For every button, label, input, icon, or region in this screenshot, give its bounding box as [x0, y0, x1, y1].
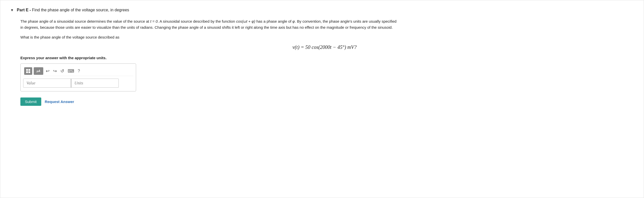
collapse-arrow[interactable]: ▼: [10, 8, 14, 12]
content-area: The phase angle of a sinusoidal source d…: [20, 18, 629, 106]
grid-cell-3: [26, 71, 28, 73]
grid-cell-2: [28, 69, 30, 71]
submit-button[interactable]: Submit: [20, 97, 41, 106]
units-input[interactable]: [71, 79, 119, 88]
refresh-icon: ↺: [60, 68, 64, 74]
part-title: Part E - Find the phase angle of the vol…: [17, 8, 129, 12]
express-label: Express your answer with the appropriate…: [20, 56, 629, 60]
grid-button[interactable]: [24, 67, 32, 75]
formula-display: v(t) = 50 cos(2000t − 45°) mV?: [293, 44, 357, 50]
value-input[interactable]: [23, 79, 71, 88]
description-text: The phase angle of a sinusoidal source d…: [20, 18, 398, 30]
redo-icon: ↪: [53, 68, 57, 74]
math-cos: cos(ωt + φ): [236, 19, 255, 23]
undo-icon: ↩: [46, 68, 50, 74]
grid-icon: [26, 69, 30, 73]
grid-cell-4: [28, 71, 30, 73]
math-t: t = 0: [150, 19, 158, 23]
buttons-row: Submit Request Answer: [20, 97, 629, 106]
mu-label: μÅ: [37, 70, 41, 73]
part-title-text: Find the phase angle of the voltage sour…: [31, 8, 129, 12]
mu-button[interactable]: μÅ: [34, 67, 43, 75]
question-text: What is the phase angle of the voltage s…: [20, 35, 629, 39]
keyboard-icon: ⌨: [68, 68, 74, 74]
page-container: ▼ Part E - Find the phase angle of the v…: [0, 0, 644, 198]
submit-label: Submit: [25, 100, 37, 104]
toolbar: μÅ ↩ ↪ ↺ ⌨ ?: [23, 66, 133, 76]
request-answer-link[interactable]: Request Answer: [45, 100, 74, 104]
undo-button[interactable]: ↩: [45, 68, 51, 74]
refresh-button[interactable]: ↺: [59, 68, 65, 74]
part-header: ▼ Part E - Find the phase angle of the v…: [10, 8, 629, 12]
math-phi: φ: [292, 19, 295, 23]
input-fields-row: [23, 79, 133, 88]
part-label: Part E -: [17, 8, 31, 12]
grid-cell-1: [26, 69, 28, 71]
formula-container: v(t) = 50 cos(2000t − 45°) mV?: [20, 44, 629, 50]
help-button[interactable]: ?: [77, 68, 81, 74]
help-label: ?: [78, 69, 80, 73]
redo-button[interactable]: ↪: [52, 68, 58, 74]
keyboard-button[interactable]: ⌨: [67, 68, 75, 74]
request-answer-label: Request Answer: [45, 100, 74, 104]
input-box-wrapper: μÅ ↩ ↪ ↺ ⌨ ?: [20, 63, 136, 91]
